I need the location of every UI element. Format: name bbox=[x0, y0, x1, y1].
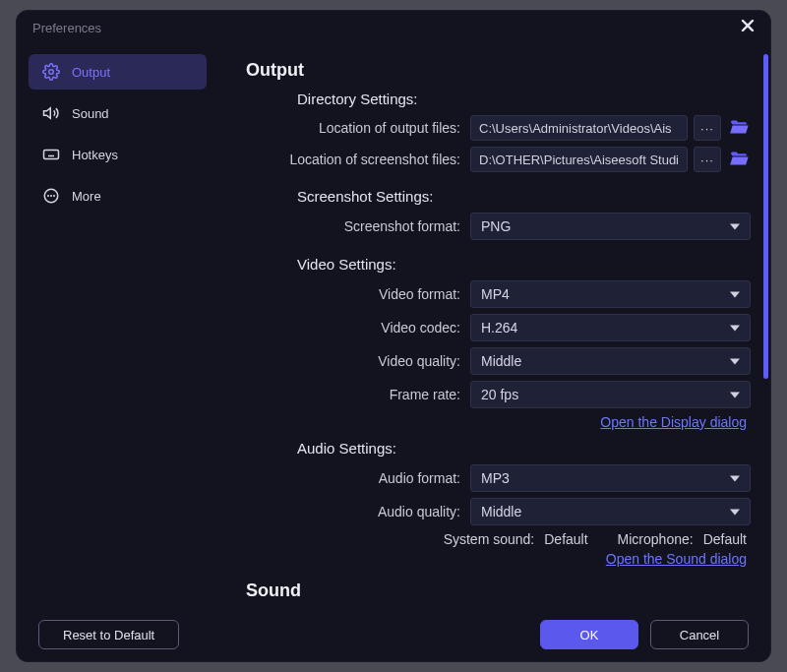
sound-heading: Sound bbox=[246, 580, 751, 601]
titlebar: Preferences bbox=[17, 11, 770, 44]
screenshot-location-row: Location of screenshot files: ··· bbox=[246, 147, 751, 172]
video-codec-label: Video codec: bbox=[246, 320, 470, 336]
svg-point-9 bbox=[48, 196, 49, 197]
sidebar-item-sound[interactable]: Sound bbox=[29, 95, 207, 131]
content-scroll[interactable]: Output Directory Settings: Location of o… bbox=[218, 44, 762, 608]
audio-quality-select[interactable]: Middle bbox=[470, 498, 751, 525]
audio-settings-title: Audio Settings: bbox=[297, 440, 751, 457]
frame-rate-label: Frame rate: bbox=[246, 387, 470, 402]
audio-format-select[interactable]: MP3 bbox=[470, 464, 751, 492]
video-codec-row: Video codec: H.264 bbox=[246, 314, 751, 341]
more-icon bbox=[42, 187, 60, 205]
speaker-icon bbox=[42, 104, 60, 122]
system-sound-label: System sound: bbox=[444, 531, 535, 547]
folder-icon bbox=[729, 119, 749, 138]
body: Output Sound Hotkeys More bbox=[17, 44, 770, 608]
ok-button[interactable]: OK bbox=[540, 620, 638, 649]
microphone-value: Default bbox=[703, 531, 747, 547]
sidebar-item-label: Sound bbox=[72, 106, 109, 121]
screenshot-location-browse-button[interactable]: ··· bbox=[694, 147, 721, 172]
output-heading: Output bbox=[246, 60, 751, 81]
output-location-browse-button[interactable]: ··· bbox=[694, 115, 721, 141]
audio-quality-row: Audio quality: Middle bbox=[246, 498, 751, 525]
video-quality-select[interactable]: Middle bbox=[470, 347, 751, 375]
svg-point-10 bbox=[51, 196, 52, 197]
open-sound-dialog-link[interactable]: Open the Sound dialog bbox=[606, 551, 747, 567]
microphone-label: Microphone: bbox=[618, 531, 694, 547]
sidebar: Output Sound Hotkeys More bbox=[17, 44, 218, 608]
gear-icon bbox=[42, 63, 60, 81]
sidebar-item-label: Output bbox=[72, 65, 110, 80]
system-sound-value: Default bbox=[544, 531, 587, 547]
sidebar-item-label: More bbox=[72, 189, 101, 204]
footer: Reset to Default OK Cancel bbox=[17, 608, 770, 661]
svg-rect-2 bbox=[44, 151, 59, 159]
frame-rate-select[interactable]: 20 fps bbox=[470, 381, 751, 408]
svg-point-0 bbox=[49, 70, 54, 75]
video-settings-title: Video Settings: bbox=[297, 256, 751, 273]
svg-marker-1 bbox=[44, 108, 51, 119]
video-quality-label: Video quality: bbox=[246, 353, 470, 369]
video-format-label: Video format: bbox=[246, 286, 470, 302]
content-area: Output Directory Settings: Location of o… bbox=[218, 44, 770, 608]
video-format-select[interactable]: MP4 bbox=[470, 280, 751, 308]
video-quality-row: Video quality: Middle bbox=[246, 347, 751, 375]
cancel-button[interactable]: Cancel bbox=[650, 620, 749, 649]
screenshot-location-input[interactable] bbox=[470, 147, 688, 172]
open-display-dialog-link[interactable]: Open the Display dialog bbox=[600, 414, 747, 430]
sidebar-item-hotkeys[interactable]: Hotkeys bbox=[29, 137, 207, 172]
output-location-row: Location of output files: ··· bbox=[246, 115, 751, 141]
preferences-window: Preferences Output Sound bbox=[16, 10, 771, 662]
sidebar-item-output[interactable]: Output bbox=[29, 54, 207, 90]
screenshot-format-row: Screenshot format: PNG bbox=[246, 213, 751, 240]
audio-format-row: Audio format: MP3 bbox=[246, 464, 751, 492]
audio-format-label: Audio format: bbox=[246, 470, 470, 486]
video-codec-select[interactable]: H.264 bbox=[470, 314, 751, 341]
output-location-label: Location of output files: bbox=[246, 120, 470, 136]
window-title: Preferences bbox=[32, 21, 101, 35]
sidebar-item-more[interactable]: More bbox=[29, 178, 207, 214]
output-location-input[interactable] bbox=[470, 115, 688, 141]
screenshot-location-open-folder-button[interactable] bbox=[727, 148, 751, 171]
folder-icon bbox=[729, 151, 749, 169]
svg-point-11 bbox=[54, 196, 55, 197]
screenshot-settings-title: Screenshot Settings: bbox=[297, 188, 751, 205]
scrollbar-thumb[interactable] bbox=[763, 54, 768, 379]
frame-rate-row: Frame rate: 20 fps bbox=[246, 381, 751, 408]
directory-settings-title: Directory Settings: bbox=[297, 91, 751, 107]
output-location-open-folder-button[interactable] bbox=[727, 116, 751, 140]
sound-dialog-link-row: Open the Sound dialog bbox=[246, 551, 751, 567]
screenshot-location-label: Location of screenshot files: bbox=[246, 152, 470, 167]
sidebar-item-label: Hotkeys bbox=[72, 148, 118, 162]
video-format-row: Video format: MP4 bbox=[246, 280, 751, 308]
audio-defaults-row: System sound: Default Microphone: Defaul… bbox=[246, 531, 751, 547]
close-button[interactable] bbox=[737, 17, 758, 38]
screenshot-format-label: Screenshot format: bbox=[246, 218, 470, 234]
reset-to-default-button[interactable]: Reset to Default bbox=[38, 620, 179, 649]
audio-quality-label: Audio quality: bbox=[246, 504, 470, 519]
keyboard-icon bbox=[42, 146, 60, 163]
display-dialog-link-row: Open the Display dialog bbox=[246, 414, 751, 430]
close-icon bbox=[741, 19, 755, 36]
screenshot-format-select[interactable]: PNG bbox=[470, 213, 751, 240]
